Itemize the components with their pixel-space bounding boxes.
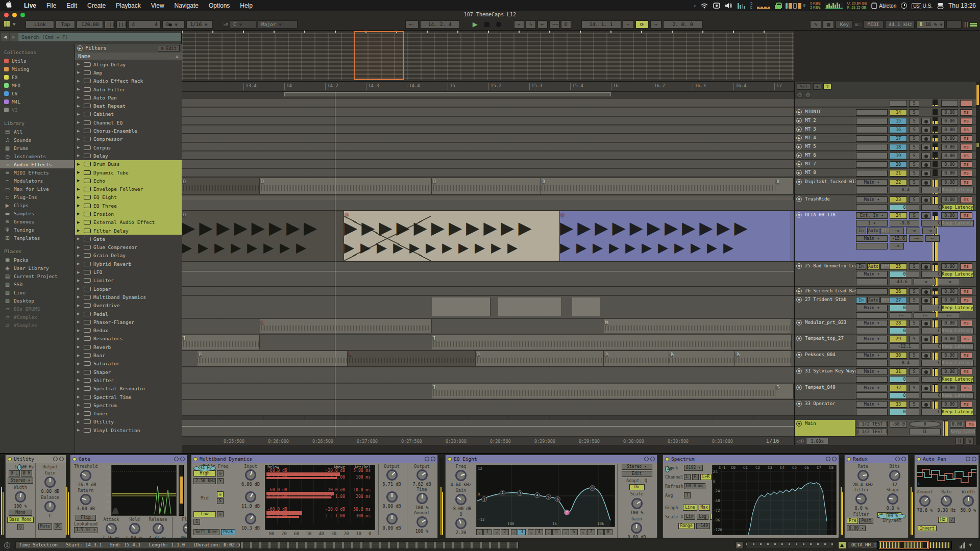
device-list-item-looper[interactable]: ▶Looper xyxy=(75,285,182,293)
hot-swap-icon[interactable] xyxy=(425,457,429,461)
adaptive-q-button[interactable]: On xyxy=(629,484,645,490)
loop-start-field[interactable]: 14. 1. 1 xyxy=(581,20,621,29)
solo-button[interactable]: S xyxy=(909,100,919,107)
time-knob[interactable] xyxy=(416,493,428,504)
sidebar-item-cv[interactable]: CV xyxy=(0,89,74,97)
lane-empty[interactable] xyxy=(182,99,794,107)
ms-badge[interactable]: ms xyxy=(960,161,972,168)
fold-track-icon[interactable]: ▶ xyxy=(796,118,802,123)
fold-track-icon[interactable]: ▶ xyxy=(796,144,802,149)
track-delay-field[interactable]: 0.00 xyxy=(950,421,964,428)
track-number[interactable]: 29 xyxy=(890,336,907,342)
track-header-digitakt-fucked-013[interactable]: ▼Digitakt_fucked-013Main ▾22S0.00ms-8.4C… xyxy=(795,178,976,195)
send-0-field[interactable]: -∞ xyxy=(890,312,912,319)
volume-field[interactable]: 0 xyxy=(890,409,919,415)
band-4-button[interactable]: 4 xyxy=(535,529,543,535)
expand-icon[interactable]: ▶ xyxy=(77,378,81,382)
clock-icon[interactable] xyxy=(901,3,907,9)
re-enable-automation-button[interactable]: ← xyxy=(537,20,548,29)
nudge-down-button[interactable]: ||| xyxy=(105,20,115,29)
fold-track-icon[interactable]: ▶ xyxy=(796,135,802,141)
keep-latency-button[interactable]: Keep Latency xyxy=(950,429,975,435)
track-header-octa-hh-178[interactable]: ▼OCTA_HH_178Ext. In ▾24S0.00ms1 ▾-9.8CKe… xyxy=(795,211,976,262)
scale-menu[interactable]: Major ▼ xyxy=(258,20,298,29)
solo-button[interactable]: S xyxy=(909,179,919,186)
lane-octa-hh-178[interactable]: —OCTA_HH_178▶▶▶▶▶▶▶▶▶▶▶▶▶▶▶▶OCTA_HH_178▶… xyxy=(182,211,794,262)
band-1-filter-type-menu[interactable]: ⌄ xyxy=(476,529,483,535)
arm-button[interactable] xyxy=(921,401,930,408)
expand-icon[interactable]: ▶ xyxy=(77,79,81,83)
expand-icon[interactable]: ▶ xyxy=(77,245,81,249)
menu-item-playback[interactable]: Playback xyxy=(111,0,146,11)
sidebar-item-ssd[interactable]: ▥SSD xyxy=(0,280,74,288)
jitter-knob[interactable] xyxy=(855,493,867,505)
log-button[interactable]: Log xyxy=(697,514,708,520)
session-record-button[interactable]: O xyxy=(561,20,571,29)
istat-cpu-widget[interactable] xyxy=(738,3,745,9)
arrangement-overview[interactable] xyxy=(182,31,794,82)
expand-icon[interactable]: ▶ xyxy=(77,87,81,91)
track-name[interactable]: Tempest_top_27 xyxy=(805,336,844,341)
output-routing-menu[interactable]: Main ▾ xyxy=(856,235,888,242)
device-list-item-utility[interactable]: ▶Utility xyxy=(75,418,182,426)
track-number[interactable]: 16 xyxy=(890,127,907,133)
tap-button[interactable]: Tap xyxy=(56,20,75,29)
sort-icon[interactable]: ▲ xyxy=(176,53,179,60)
expand-icon[interactable]: ▶ xyxy=(77,337,81,341)
device-list-item-grain-delay[interactable]: ▶Grain Delay xyxy=(75,252,182,260)
line3-box[interactable] xyxy=(856,279,888,285)
fold-track-icon[interactable]: ▼ xyxy=(796,421,802,427)
device-on-toggle[interactable] xyxy=(448,457,452,461)
ms-badge[interactable]: ms xyxy=(960,352,972,359)
band-3-filter-type-menu[interactable]: ⌄ xyxy=(511,529,518,535)
lane-digitakt-fucked-013[interactable]: —DigDigitakt_fucked-011Digitakt_fucked-0… xyxy=(182,178,794,195)
lane-25-bad-geometry-lead[interactable]: — xyxy=(182,262,794,287)
line2-routing[interactable] xyxy=(856,360,888,366)
memory-widget[interactable]: U: 20.84 GBF: 19.15 GB xyxy=(847,2,867,10)
expand-all-tracks-button[interactable]: + xyxy=(797,92,803,98)
device-list-item-align-delay[interactable]: ▶Align Delay xyxy=(75,60,182,68)
device-list-item-reverb[interactable]: ▶Reverb xyxy=(75,343,182,351)
device-list-item-shaper[interactable]: ▶Shaper xyxy=(75,368,182,376)
cue-volume-field[interactable]: 1L xyxy=(909,429,941,435)
output-routing-menu[interactable] xyxy=(856,127,888,133)
ms-badge[interactable]: ms xyxy=(960,109,972,116)
device-list-item-echo[interactable]: ▶Echo xyxy=(75,177,182,185)
balance-knob[interactable] xyxy=(44,501,56,512)
bass-mono-button[interactable]: Bass Mono xyxy=(7,517,33,523)
keep-latency-button[interactable]: Keep Latency xyxy=(941,409,974,415)
fold-track-icon[interactable]: ▼ xyxy=(796,212,802,218)
line2-routing[interactable] xyxy=(856,187,888,193)
midi-minimap[interactable] xyxy=(240,541,519,549)
track-name[interactable]: MT 8 xyxy=(805,170,816,175)
sidebar-item-drums[interactable]: ▦Drums xyxy=(0,144,74,152)
output-routing-menu[interactable]: Main ▾ xyxy=(856,179,888,186)
line2-routing[interactable] xyxy=(856,376,888,383)
arm-button[interactable] xyxy=(921,385,930,391)
expand-icon[interactable]: ▶ xyxy=(77,362,81,366)
device-list-item-redux[interactable]: ▶Redux xyxy=(75,327,182,335)
arm-button[interactable] xyxy=(921,153,930,159)
lock-icon[interactable] xyxy=(775,3,781,9)
device-list-item-drum-buss[interactable]: ▶Drum Buss xyxy=(75,160,182,168)
battery-widget[interactable]: ⇅ xyxy=(786,3,805,9)
device-list-item-spectral-time[interactable]: ▶Spectral Time xyxy=(75,393,182,401)
monitor-in-button[interactable]: In xyxy=(856,263,866,270)
menu-item-file[interactable]: File xyxy=(41,0,61,11)
expand-icon[interactable]: ▶ xyxy=(77,370,81,374)
track-delay-field[interactable]: 0.00 xyxy=(941,127,958,133)
track-delay-field[interactable]: 0.00 xyxy=(941,135,958,142)
sidebar-item-clips[interactable]: ▶Clips xyxy=(0,201,74,209)
track-name[interactable]: OCTA_HH_178 xyxy=(805,212,836,217)
time-ruler[interactable]: 1/160:25:5000:26:0000:26:5000:27:0000:27… xyxy=(182,437,794,445)
expand-icon[interactable]: ▶ xyxy=(77,387,81,391)
fold-track-icon[interactable]: ▼ xyxy=(796,385,802,390)
search-input[interactable]: Search (Cmd + F) xyxy=(18,33,181,41)
track-name[interactable]: MT 6 xyxy=(805,153,816,158)
clip-tempest-049[interactable]: Tempest_049 xyxy=(432,384,775,398)
track-delay-field[interactable]: 0.00 xyxy=(941,170,958,177)
send-2-field[interactable]: -∞ xyxy=(938,279,960,285)
device-multiband-dynamics[interactable]: Multiband DynamicsSplit FreqHigh◎2.50 kH… xyxy=(191,455,438,538)
device-list-item-shifter[interactable]: ▶Shifter xyxy=(75,376,182,384)
channel-lr-button[interactable]: L+R xyxy=(700,474,712,480)
